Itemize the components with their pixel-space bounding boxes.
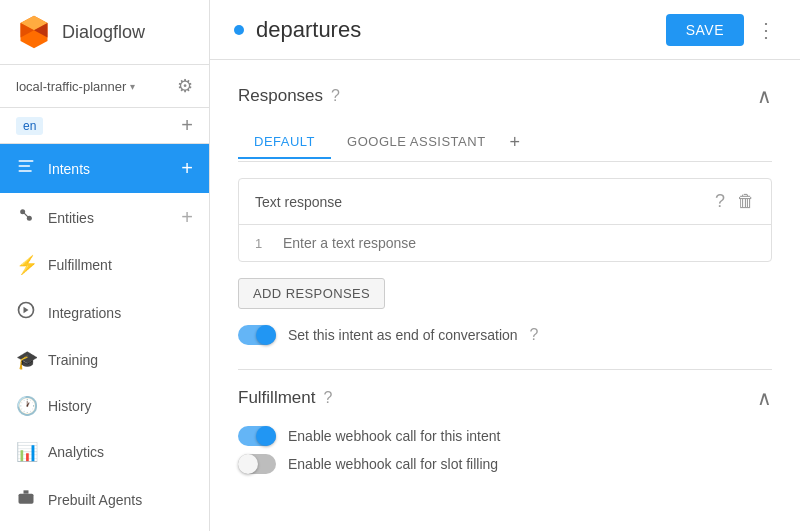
response-tabs: DEFAULT GOOGLE ASSISTANT + — [238, 124, 772, 162]
toggle-thumb — [256, 325, 276, 345]
prebuilt-agents-icon — [16, 487, 36, 512]
slot-toggle[interactable] — [238, 454, 276, 474]
add-responses-button[interactable]: ADD RESPONSES — [238, 278, 385, 309]
response-number: 1 — [255, 236, 271, 251]
webhook-label: Enable webhook call for this intent — [288, 428, 500, 444]
card-delete-icon[interactable]: 🗑 — [737, 191, 755, 212]
response-text-input[interactable] — [283, 235, 755, 251]
svg-rect-11 — [24, 490, 29, 493]
webhook-toggle-row: Enable webhook call for this intent — [238, 426, 772, 446]
entities-icon — [16, 205, 36, 230]
response-card-header: Text response ? 🗑 — [239, 179, 771, 225]
fulfillment-header: Fulfillment ? ∧ — [238, 386, 772, 410]
card-help-icon[interactable]: ? — [715, 191, 725, 212]
history-icon: 🕐 — [16, 395, 36, 417]
add-tab-icon[interactable]: + — [502, 124, 529, 161]
gear-icon[interactable]: ⚙ — [177, 75, 193, 97]
sidebar-item-analytics[interactable]: 📊 Analytics — [0, 429, 209, 475]
svg-rect-6 — [19, 170, 32, 172]
fulfillment-help-icon[interactable]: ? — [323, 389, 332, 407]
responses-header: Responses ? ∧ — [238, 84, 772, 108]
end-conversation-toggle[interactable] — [238, 325, 276, 345]
fulfillment-collapse-icon[interactable]: ∧ — [757, 386, 772, 410]
training-icon: 🎓 — [16, 349, 36, 371]
sidebar-item-small-talk[interactable]: Small Talk — [0, 524, 209, 531]
project-row: local-traffic-planner ▾ ⚙ — [0, 65, 209, 108]
slot-label: Enable webhook call for slot filling — [288, 456, 498, 472]
content-area: Responses ? ∧ DEFAULT GOOGLE ASSISTANT +… — [210, 60, 800, 531]
response-input-row: 1 — [239, 225, 771, 261]
sidebar-item-intents[interactable]: Intents + — [0, 144, 209, 193]
fulfillment-title: Fulfillment — [238, 388, 315, 408]
end-conversation-label: Set this intent as end of conversation — [288, 327, 518, 343]
dialogflow-logo — [16, 14, 52, 50]
sidebar-item-history[interactable]: 🕐 History — [0, 383, 209, 429]
logo-area: Dialogflow — [0, 0, 209, 65]
responses-collapse-icon[interactable]: ∧ — [757, 84, 772, 108]
lang-row: en + — [0, 108, 209, 144]
fulfillment-icon: ⚡ — [16, 254, 36, 276]
integrations-icon — [16, 300, 36, 325]
project-name[interactable]: local-traffic-planner ▾ — [16, 79, 135, 94]
page-title: departures — [256, 17, 361, 43]
add-lang-icon[interactable]: + — [181, 114, 193, 137]
analytics-icon: 📊 — [16, 441, 36, 463]
chevron-down-icon: ▾ — [130, 81, 135, 92]
more-options-icon[interactable]: ⋮ — [756, 18, 776, 42]
sidebar-item-prebuilt-agents[interactable]: Prebuilt Agents — [0, 475, 209, 524]
topbar: departures SAVE ⋮ — [210, 0, 800, 60]
save-button[interactable]: SAVE — [666, 14, 744, 46]
sidebar: Dialogflow local-traffic-planner ▾ ⚙ en … — [0, 0, 210, 531]
slot-toggle-thumb — [238, 454, 258, 474]
slot-toggle-row: Enable webhook call for slot filling — [238, 454, 772, 474]
svg-point-12 — [22, 497, 25, 500]
intents-icon — [16, 156, 36, 181]
tab-google-assistant[interactable]: GOOGLE ASSISTANT — [331, 126, 502, 159]
svg-rect-5 — [19, 165, 31, 167]
end-conversation-help-icon[interactable]: ? — [530, 326, 539, 344]
responses-section: Responses ? ∧ DEFAULT GOOGLE ASSISTANT +… — [238, 84, 772, 345]
sidebar-item-fulfillment[interactable]: ⚡ Fulfillment — [0, 242, 209, 288]
svg-line-9 — [23, 212, 30, 219]
webhook-toggle[interactable] — [238, 426, 276, 446]
fulfillment-section: Fulfillment ? ∧ Enable webhook call for … — [238, 386, 772, 474]
responses-title: Responses — [238, 86, 323, 106]
logo-text: Dialogflow — [62, 22, 145, 43]
status-dot — [234, 25, 244, 35]
add-intent-icon[interactable]: + — [181, 157, 193, 180]
svg-rect-10 — [19, 494, 34, 504]
sidebar-item-entities[interactable]: Entities + — [0, 193, 209, 242]
text-response-card: Text response ? 🗑 1 — [238, 178, 772, 262]
svg-point-13 — [27, 497, 30, 500]
sidebar-item-integrations[interactable]: Integrations — [0, 288, 209, 337]
svg-rect-4 — [19, 160, 34, 162]
response-card-title: Text response — [255, 194, 342, 210]
add-entity-icon[interactable]: + — [181, 206, 193, 229]
responses-help-icon[interactable]: ? — [331, 87, 340, 105]
sidebar-item-training[interactable]: 🎓 Training — [0, 337, 209, 383]
tab-default[interactable]: DEFAULT — [238, 126, 331, 159]
end-conversation-toggle-row: Set this intent as end of conversation ? — [238, 325, 772, 345]
section-divider — [238, 369, 772, 370]
main-content: departures SAVE ⋮ Responses ? ∧ DEFAULT … — [210, 0, 800, 531]
webhook-toggle-thumb — [256, 426, 276, 446]
lang-badge[interactable]: en — [16, 117, 43, 135]
